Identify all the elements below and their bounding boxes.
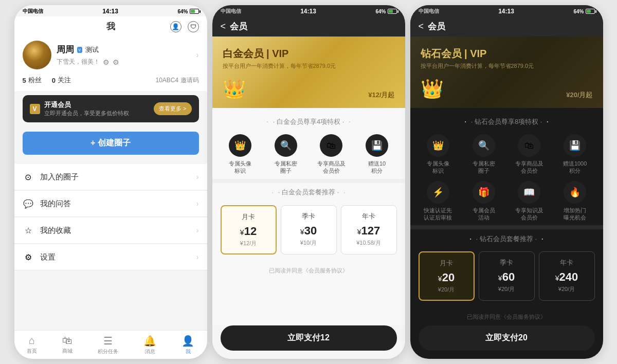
- page-title: 我: [106, 21, 115, 32]
- followers-count: 5: [23, 77, 26, 84]
- profile-header: 我 👤 🛡: [14, 16, 207, 37]
- plan-monthly-period-3: ¥20/月: [424, 286, 469, 294]
- member-header-3: < 会员: [410, 16, 603, 37]
- perks-grid-row2-3: ⚡ 快速认证先认证后审核 🎁 专属会员活动 📖 专享知识及会员价 🔥: [419, 181, 595, 222]
- plan-quarterly-3[interactable]: 季卡 ¥60 ¥20/月: [479, 251, 535, 301]
- plans-grid-3: 月卡 ¥20 ¥20/月 季卡 ¥60 ¥20/月: [419, 251, 595, 301]
- plan-monthly-name-2: 月卡: [226, 212, 271, 222]
- member-header-2: < 会员: [212, 16, 405, 37]
- nav-messages[interactable]: 🔔 消息: [143, 335, 156, 355]
- back-button-2[interactable]: <: [221, 21, 226, 32]
- nav-home[interactable]: ⌂ 首页: [27, 335, 37, 355]
- diamond-price: ¥20/月起: [566, 90, 592, 100]
- menu-list: ⊙ 加入的圈子 › 💬 我的问答 › ☆ 我的收藏 › ⚙ 设置 ›: [14, 164, 207, 271]
- plan-quarterly-2[interactable]: 季卡 ¥30 ¥10/月: [281, 205, 337, 254]
- nav-shop[interactable]: 🛍 商城: [62, 335, 72, 355]
- vip-text-area: 开通会员 立即开通会员，享受更多低价特权: [44, 100, 129, 117]
- plan-quarterly-name-2: 季卡: [285, 212, 332, 221]
- perk-d-avatar: 👑 专属头像标识: [419, 134, 458, 175]
- diamond-card-subtitle: 按平台用户一年消费计算，每年节省2879.0元: [421, 62, 593, 70]
- vip-subtitle: 立即开通会员，享受更多低价特权: [44, 110, 129, 117]
- plan-yearly-3[interactable]: 年卡 ¥240 ¥20/月: [539, 251, 595, 301]
- vip-v-icon: V: [30, 104, 40, 114]
- menu-item-qa[interactable]: 💬 我的问答 ›: [14, 191, 207, 217]
- messages-label: 消息: [145, 348, 155, 355]
- perk-d-shop-icon: 🛍: [518, 134, 540, 157]
- plan-yearly-name-3: 年卡: [543, 258, 590, 267]
- menu-item-favorites[interactable]: ☆ 我的收藏 ›: [14, 217, 207, 244]
- plan-quarterly-period-3: ¥20/月: [483, 285, 530, 293]
- user-row: 周周 v 测试 下雪天，很美！ ⚙ ⚙ ›: [23, 41, 199, 69]
- plan-quarterly-name-3: 季卡: [483, 258, 530, 267]
- perk-shop: 🛍 专享商品及会员价: [312, 134, 351, 175]
- circles-icon: ⊙: [23, 171, 34, 183]
- gold-vip-card: 白金会员 | VIP 按平台用户一年消费计算，每年节省2879.0元 👑 ¥12…: [212, 37, 405, 108]
- status-bar-3: 中国电信 14:13 64%: [410, 5, 603, 16]
- time-1: 14:13: [102, 8, 118, 15]
- nav-tasks[interactable]: ☰ 积分任务: [98, 335, 118, 355]
- gold-price: ¥12/月起: [368, 90, 394, 100]
- perk-d-avatar-icon: 👑: [427, 134, 449, 157]
- menu-item-circles[interactable]: ⊙ 加入的圈子 ›: [14, 164, 207, 190]
- perk-points-label: 赠送10积分: [368, 160, 386, 175]
- carrier-2: 中国电信: [221, 8, 241, 15]
- time-2: 14:13: [300, 8, 316, 15]
- emoji-1: ⚙: [103, 58, 110, 66]
- bottom-nav: ⌂ 首页 🛍 商城 ☰ 积分任务 🔔 消息 👤 我: [14, 330, 207, 359]
- agreement-3: 已阅读并同意《会员服务协议》: [410, 309, 603, 325]
- plan-monthly-price-3: ¥20: [424, 271, 469, 284]
- diamond-card-title: 钻石会员 | VIP: [421, 47, 593, 61]
- menu-item-settings[interactable]: ⚙ 设置 ›: [14, 244, 207, 270]
- shield-icon[interactable]: 🛡: [188, 21, 199, 32]
- battery-percent-1: 64%: [177, 9, 188, 14]
- plans-title-2: · 白金会员套餐推荐 ·: [221, 187, 397, 198]
- person-icon[interactable]: 👤: [170, 21, 182, 32]
- user-info-section: 周周 v 测试 下雪天，很美！ ⚙ ⚙ › 5: [14, 37, 207, 91]
- followers-stat: 5 粉丝: [23, 76, 42, 85]
- vip-banner[interactable]: V 开通会员 立即开通会员，享受更多低价特权 查看更多 >: [23, 95, 199, 122]
- following-count: 0: [52, 77, 56, 84]
- perk-avatar-icon: 👑: [229, 134, 251, 157]
- perk-d-trending-icon: 🔥: [564, 181, 586, 204]
- following-label: 关注: [58, 76, 71, 85]
- battery-area-1: 64%: [177, 9, 198, 14]
- plan-yearly-2[interactable]: 年卡 ¥127 ¥10.58/月: [341, 205, 397, 254]
- agreement-2: 已阅读并同意《会员服务协议》: [212, 263, 405, 281]
- status-bar-1: 中国电信 14:13 64%: [14, 5, 207, 16]
- vip-left: V 开通会员 立即开通会员，享受更多低价特权: [30, 100, 129, 117]
- plan-monthly-3[interactable]: 月卡 ¥20 ¥20/月: [419, 251, 475, 301]
- vip-more-button[interactable]: 查看更多 >: [154, 102, 191, 115]
- nav-me[interactable]: 👤 我: [182, 335, 194, 355]
- plan-quarterly-price-2: ¥30: [285, 224, 332, 238]
- carrier-3: 中国电信: [419, 8, 439, 15]
- perk-d-knowledge-label: 专享知识及会员价: [515, 207, 543, 222]
- crown-icon-diamond: 👑: [421, 78, 444, 100]
- bio-text: 下雪天，很美！: [57, 58, 100, 66]
- user-arrow[interactable]: ›: [196, 50, 198, 60]
- perk-d-points: 💾 赠送1000积分: [555, 134, 595, 175]
- perk-avatar-label: 专属头像标识: [229, 160, 251, 175]
- plan-yearly-price-2: ¥127: [346, 224, 392, 238]
- perk-d-points-icon: 💾: [564, 134, 586, 157]
- pay-button-2[interactable]: 立即支付12: [221, 325, 397, 351]
- plan-yearly-period-2: ¥10.58/月: [346, 239, 392, 247]
- avatar[interactable]: [23, 41, 51, 69]
- diamond-vip-card: 钻石会员 | VIP 按平台用户一年消费计算，每年节省2879.0元 👑 ¥20…: [410, 37, 603, 108]
- perk-d-private: 🔍 专属私密圈子: [464, 134, 503, 175]
- perk-d-avatar-label: 专属头像标识: [427, 160, 449, 175]
- user-name-area: 周周 v 测试 下雪天，很美！ ⚙ ⚙: [57, 44, 199, 66]
- back-button-3[interactable]: <: [419, 21, 424, 32]
- pay-button-3[interactable]: 立即支付20: [419, 325, 595, 351]
- perk-d-activity-label: 专属会员活动: [473, 207, 495, 222]
- battery-icon-1: [190, 9, 199, 14]
- create-circle-button[interactable]: + 创建圈子: [23, 132, 199, 155]
- perk-shop-label: 专享商品及会员价: [317, 160, 346, 175]
- me-label: 我: [186, 348, 191, 355]
- user-tag: 测试: [85, 45, 99, 54]
- battery-percent-3: 64%: [573, 9, 584, 14]
- battery-icon-2: [388, 9, 397, 14]
- perk-d-activity: 🎁 专属会员活动: [464, 181, 503, 222]
- user-name-row: 周周 v 测试: [57, 44, 199, 56]
- perk-d-private-icon: 🔍: [473, 134, 495, 157]
- plan-monthly-2[interactable]: 月卡 ¥12 ¥12/月: [221, 205, 277, 254]
